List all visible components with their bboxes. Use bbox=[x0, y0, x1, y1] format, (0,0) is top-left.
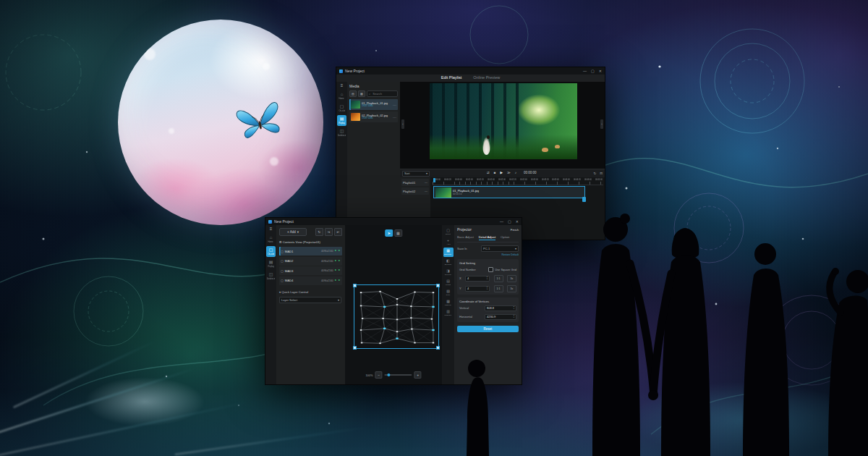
mesh-control-point[interactable] bbox=[379, 342, 380, 344]
select-mode-button[interactable]: ➤ bbox=[385, 229, 393, 237]
sidebar-item-database[interactable]: ◫Database bbox=[337, 127, 346, 138]
more-icon[interactable]: ⋯ bbox=[425, 190, 427, 193]
loop-icon[interactable]: ⇄ bbox=[487, 172, 490, 175]
list-view-button[interactable]: ▤ bbox=[349, 90, 357, 97]
mesh-control-point[interactable] bbox=[360, 305, 362, 307]
import-button[interactable]: ⇥ bbox=[325, 228, 333, 236]
refresh-button[interactable]: ↻ bbox=[315, 228, 323, 236]
timeline-clip[interactable]: 01_Playback_01.jpg 00:00:10 bbox=[433, 186, 585, 198]
mesh-control-point[interactable] bbox=[396, 331, 398, 332]
maximize-icon[interactable]: ▢ bbox=[591, 69, 595, 73]
zoom-out-button[interactable]: − bbox=[375, 371, 383, 379]
minimize-icon[interactable]: — bbox=[583, 69, 587, 73]
playlist-row[interactable]: Playlist01⋯ bbox=[401, 179, 429, 186]
quick-layer-control[interactable]: ▾ Quick Layer Control bbox=[279, 290, 342, 294]
horizontal-input[interactable]: 4230.9 ▴▾ bbox=[485, 314, 516, 320]
mesh-control-point[interactable] bbox=[414, 292, 415, 293]
media-search[interactable]: ⌕ bbox=[367, 90, 398, 97]
sort-dropdown[interactable]: Sort ▾ bbox=[402, 171, 430, 177]
media-item[interactable]: 01_Playback_01.jpg1920*1080⋯ bbox=[349, 99, 398, 110]
mesh-control-point[interactable] bbox=[431, 318, 433, 320]
mesh-control-point[interactable] bbox=[411, 329, 412, 330]
vertical-input[interactable]: 808.8 ▴▾ bbox=[485, 305, 516, 311]
props-rail-blending[interactable]: ◧Blending bbox=[443, 258, 454, 267]
mesh-control-point[interactable] bbox=[396, 319, 398, 321]
layer-row[interactable]: ▢MAD14096x2160● ● bbox=[279, 247, 342, 256]
mesh-control-point[interactable] bbox=[361, 342, 362, 344]
sidebar-item-on-site[interactable]: ▢On-site bbox=[266, 246, 276, 257]
titlebar[interactable]: New Project — ▢ ✕ bbox=[336, 67, 605, 75]
mesh-control-point[interactable] bbox=[396, 304, 398, 305]
add-button[interactable]: + Add ▾ bbox=[279, 228, 307, 236]
mesh-mode-button[interactable]: ▦ bbox=[394, 229, 402, 237]
audio-icon[interactable]: ♪ bbox=[515, 172, 516, 175]
selection-handle[interactable] bbox=[353, 346, 357, 350]
sidebar-item-home[interactable]: ⌂Home bbox=[266, 234, 276, 245]
next-icon[interactable]: ≫ bbox=[507, 172, 511, 175]
minimize-icon[interactable]: — bbox=[500, 220, 503, 224]
selection-handle[interactable] bbox=[436, 284, 440, 287]
mesh-control-point[interactable] bbox=[379, 291, 380, 292]
mesh-control-point[interactable] bbox=[414, 342, 415, 344]
props-rail-hardware[interactable]: ▥Hardware bbox=[443, 308, 454, 318]
spin-down-icon[interactable]: ▾ bbox=[487, 289, 488, 291]
mesh-control-point[interactable] bbox=[410, 317, 412, 318]
more-icon[interactable]: ⋯ bbox=[425, 181, 427, 185]
zoom-slider[interactable] bbox=[385, 374, 412, 376]
mesh-control-point-selected[interactable] bbox=[396, 338, 398, 339]
restore-default-link[interactable]: Restore Default bbox=[457, 253, 519, 256]
layer-row[interactable]: ▢MAD34096x2160● ● bbox=[279, 266, 342, 275]
mesh-control-point-selected[interactable] bbox=[383, 328, 386, 329]
tab-detail-adjust[interactable]: Detail Adjust bbox=[479, 235, 495, 240]
y-ratio-button[interactable]: 1:1 bbox=[494, 285, 503, 292]
sidebar-item-on-site[interactable]: ▢On-site bbox=[337, 103, 346, 114]
playhead[interactable] bbox=[433, 178, 435, 182]
mesh-control-point-selected[interactable] bbox=[432, 306, 434, 308]
sidebar-item-replay[interactable]: ▤Replay bbox=[337, 115, 346, 126]
tab-edit-playlist[interactable]: Edit Playlist bbox=[441, 76, 461, 80]
refresh-icon[interactable]: ↻ bbox=[593, 172, 596, 175]
mesh-control-point[interactable] bbox=[433, 292, 434, 293]
close-icon[interactable]: ✕ bbox=[516, 220, 519, 224]
save-in-dropdown[interactable]: PC-1 ▾ bbox=[481, 245, 519, 252]
stop-icon[interactable]: ■ bbox=[494, 172, 496, 175]
selection-handle[interactable] bbox=[353, 284, 357, 287]
menu-icon[interactable]: ≡ bbox=[341, 83, 344, 88]
warp-canvas[interactable]: ➤ ▦ 100% − + bbox=[345, 225, 442, 384]
tab-online-preview[interactable]: Online Preview bbox=[473, 76, 500, 80]
titlebar[interactable]: New Project — ▢ ✕ bbox=[265, 218, 522, 225]
x-input[interactable]: 4 ▴▾ bbox=[465, 276, 490, 282]
warp-mesh[interactable] bbox=[360, 291, 434, 344]
mesh-control-point[interactable] bbox=[433, 342, 434, 344]
finish-button[interactable]: Finish bbox=[511, 228, 519, 232]
props-rail-output[interactable]: ▢Output bbox=[443, 227, 454, 237]
mesh-control-point[interactable] bbox=[360, 292, 362, 293]
spin-down-icon[interactable]: ▾ bbox=[514, 317, 514, 319]
grid-view-button[interactable]: ▦ bbox=[358, 90, 365, 97]
zoom-slider-thumb[interactable] bbox=[387, 373, 390, 376]
props-rail-color[interactable]: ▨Color bbox=[443, 288, 454, 297]
mesh-control-point[interactable] bbox=[360, 329, 362, 331]
square-grid-checkbox[interactable] bbox=[488, 267, 493, 272]
export-button[interactable]: ⇤ bbox=[334, 228, 342, 236]
tab-option[interactable]: Option bbox=[501, 235, 509, 240]
collapse-right-handle[interactable]: › bbox=[600, 119, 603, 129]
zoom-in-button[interactable]: + bbox=[414, 371, 422, 379]
more-icon[interactable]: ⋯ bbox=[393, 115, 396, 119]
mesh-control-point[interactable] bbox=[410, 305, 412, 307]
more-icon[interactable]: ⋯ bbox=[393, 103, 396, 107]
warp-selection-rect[interactable] bbox=[354, 284, 439, 349]
clip-resize-handle[interactable] bbox=[582, 197, 586, 202]
layer-row[interactable]: ▢MAD44096x2160● ● bbox=[279, 276, 342, 285]
search-input[interactable] bbox=[371, 91, 396, 96]
sidebar-item-database[interactable]: ◫Database bbox=[266, 271, 276, 282]
collapse-left-handle[interactable]: ‹ bbox=[401, 119, 404, 129]
props-rail-masking[interactable]: ▩Masking bbox=[443, 298, 454, 308]
sidebar-item-replay[interactable]: ▤Replay bbox=[266, 258, 276, 269]
sidebar-item-home[interactable]: ⌂Home bbox=[337, 90, 346, 101]
trash-icon[interactable]: ⊟ bbox=[600, 172, 603, 175]
y-mult-button[interactable]: 3x bbox=[507, 285, 516, 292]
layer-select-dropdown[interactable]: Layer Select ▾ bbox=[279, 297, 341, 303]
tab-basic-adjust[interactable]: Basic Adjust bbox=[457, 235, 474, 240]
props-rail-coloring[interactable]: ◨Coloring bbox=[443, 268, 454, 277]
